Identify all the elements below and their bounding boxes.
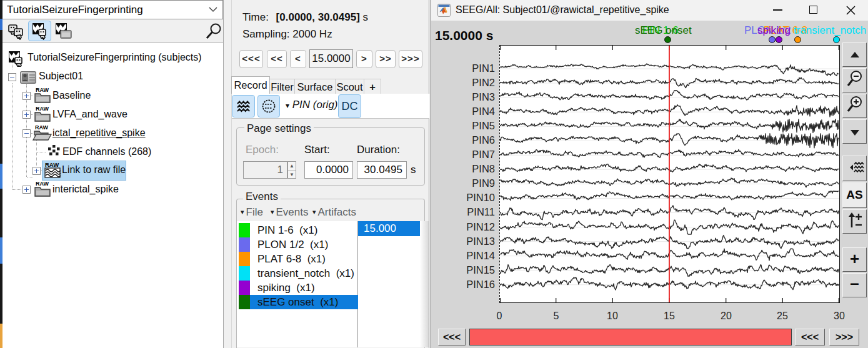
svg-text:RAW: RAW (45, 161, 59, 168)
svg-text:RAW: RAW (35, 124, 49, 131)
svg-text:RAW: RAW (36, 87, 49, 93)
svg-text:RAW: RAW (36, 106, 49, 112)
svg-text:RAW: RAW (36, 181, 49, 187)
